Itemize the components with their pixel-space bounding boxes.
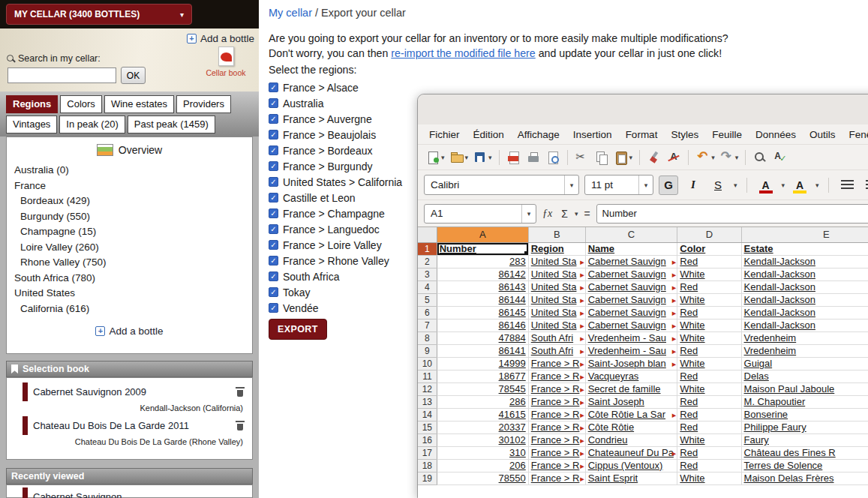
row-header[interactable]: 14	[418, 408, 437, 421]
cell[interactable]: Vredenheim - Sau▸	[585, 332, 677, 344]
chevron-down-icon[interactable]: ▾	[815, 182, 819, 189]
checkbox-icon[interactable]: ✓	[269, 193, 278, 202]
cell[interactable]: 86144	[437, 293, 528, 306]
cell[interactable]: White	[677, 332, 741, 344]
print-preview-button[interactable]	[544, 148, 562, 166]
checkbox-icon[interactable]: ✓	[269, 114, 278, 124]
cell[interactable]: 41615	[437, 408, 528, 421]
cell[interactable]: Red	[677, 306, 741, 319]
cell[interactable]: Kendall-Jackson	[741, 255, 868, 268]
window-titlebar[interactable]	[418, 94, 868, 124]
cell[interactable]: United Sta▸	[528, 280, 585, 293]
cell[interactable]: Red	[677, 408, 741, 421]
cell[interactable]: 47884	[437, 332, 528, 344]
cell[interactable]: Chateauneuf Du Pa▸	[585, 446, 677, 459]
cell[interactable]: Color	[677, 242, 741, 255]
chevron-down-icon[interactable]: ▾	[441, 154, 445, 161]
cell[interactable]: Kendall-Jackson	[741, 268, 868, 280]
cell[interactable]: Côte Rôtie La Sar▸	[585, 408, 677, 421]
cell[interactable]: Saint-Joseph blan▸	[585, 357, 677, 370]
cell[interactable]: Vredenheim - Sau▸	[585, 344, 677, 357]
font-name-combo[interactable]: Calibri ▾	[424, 175, 579, 195]
checkbox-icon[interactable]: ✓	[269, 287, 278, 297]
sidebar-tab[interactable]: Regions	[6, 95, 58, 113]
cell[interactable]: Red	[677, 370, 741, 382]
select-all-corner[interactable]	[418, 227, 437, 242]
cell[interactable]: 86146	[437, 319, 528, 332]
new-document-button[interactable]: ▾	[424, 148, 446, 166]
region-tree-item[interactable]: France	[14, 178, 252, 194]
cell[interactable]: 20337	[437, 421, 528, 434]
sidebar-tab[interactable]: Colors	[60, 95, 102, 113]
cell[interactable]: South Afri▸	[528, 344, 585, 357]
cell[interactable]: Secret de famille	[585, 382, 677, 395]
cell[interactable]: 286	[437, 395, 528, 408]
menu-item[interactable]: Données	[749, 127, 803, 142]
cell[interactable]: 86143	[437, 280, 528, 293]
cell[interactable]: White	[677, 293, 741, 306]
cell[interactable]: Cabernet Sauvign▸	[585, 280, 677, 293]
open-button[interactable]: ▾	[448, 148, 470, 166]
align-center-button[interactable]	[863, 176, 868, 195]
clear-formatting-button[interactable]	[665, 148, 683, 166]
checkbox-icon[interactable]: ✓	[269, 161, 278, 171]
formula-icon[interactable]: =	[581, 208, 593, 220]
menu-item[interactable]: Styles	[664, 127, 705, 142]
cell[interactable]: 78550	[437, 472, 528, 484]
checkbox-icon[interactable]: ✓	[269, 256, 278, 266]
sidebar-tab[interactable]: In peak (20)	[59, 116, 125, 134]
cell[interactable]: 310	[437, 446, 528, 459]
function-wizard-icon[interactable]: ƒx	[539, 208, 555, 220]
name-box[interactable]: A1 ▾	[424, 204, 536, 224]
cell[interactable]: Côte Rôtie	[585, 421, 677, 434]
cell[interactable]: Delas	[741, 370, 868, 382]
overview-link[interactable]: Overview	[7, 137, 252, 160]
trash-icon[interactable]	[236, 420, 245, 431]
checkbox-icon[interactable]: ✓	[269, 146, 278, 155]
cell[interactable]: Cabernet Sauvign▸	[585, 255, 677, 268]
cell[interactable]: France > R▸	[528, 408, 585, 421]
checkbox-icon[interactable]: ✓	[269, 130, 278, 140]
cell[interactable]: Maison Paul Jaboule▸	[741, 382, 868, 395]
cell[interactable]: Vredenheim	[741, 332, 868, 344]
highlight-color-button[interactable]: A	[790, 176, 809, 195]
menu-item[interactable]: Format	[619, 127, 665, 142]
search-input[interactable]	[8, 68, 116, 83]
chevron-down-icon[interactable]: ▾	[521, 205, 536, 223]
add-bottle-link-top[interactable]: + Add a bottle	[187, 33, 254, 44]
cellar-book-link[interactable]: Cellar book	[204, 46, 248, 77]
sidebar-tab[interactable]: Wine estates	[104, 95, 174, 113]
row-header[interactable]: 1	[418, 242, 437, 255]
cell[interactable]: Red	[677, 446, 741, 459]
region-tree-item[interactable]: Rhone Valley (750)	[14, 255, 252, 271]
menu-item[interactable]: Insertion	[566, 127, 619, 142]
row-header[interactable]: 18	[418, 459, 437, 472]
sum-icon[interactable]: Σ	[558, 208, 571, 220]
cell[interactable]: France > R▸	[528, 446, 585, 459]
trash-icon[interactable]	[236, 386, 245, 398]
cell[interactable]: Cabernet Sauvign▸	[585, 319, 677, 332]
checkbox-icon[interactable]: ✓	[269, 224, 278, 234]
cell[interactable]: United Sta▸	[528, 306, 585, 319]
cell[interactable]: Terres de Solence	[741, 459, 868, 472]
bold-button[interactable]: G	[659, 176, 678, 195]
sidebar-tab[interactable]: Vintages	[6, 116, 57, 134]
recently-viewed-item[interactable]: Cabernet Sauvignon	[7, 488, 252, 498]
add-bottle-link-bottom[interactable]: + Add a bottle	[95, 326, 163, 337]
cell[interactable]: Cabernet Sauvign▸	[585, 293, 677, 306]
menu-item[interactable]: Affichage	[511, 127, 566, 142]
cell[interactable]: Vredenheim	[741, 344, 868, 357]
cell[interactable]: 14999	[437, 357, 528, 370]
cell[interactable]: Condrieu	[585, 434, 677, 446]
cell[interactable]: Red	[677, 395, 741, 408]
cell[interactable]: Bonserine	[741, 408, 868, 421]
cell[interactable]: France > R▸	[528, 357, 585, 370]
region-tree-item[interactable]: South Africa (780)	[14, 271, 252, 286]
column-header[interactable]: E	[741, 227, 868, 242]
column-header[interactable]: B	[528, 227, 585, 242]
checkbox-icon[interactable]: ✓	[269, 98, 278, 108]
search-ok-button[interactable]: OK	[121, 67, 146, 84]
chevron-down-icon[interactable]: ▾	[629, 154, 633, 161]
row-header[interactable]: 6	[418, 306, 437, 319]
redo-button[interactable]: ▾	[718, 148, 740, 166]
